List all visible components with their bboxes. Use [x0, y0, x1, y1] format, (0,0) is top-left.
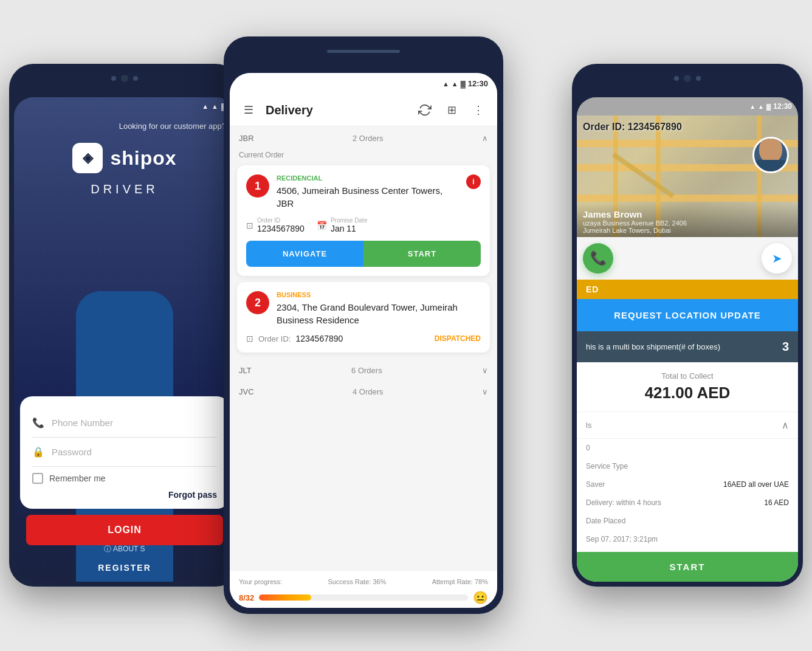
barcode-icon[interactable]: ⊞	[442, 100, 461, 120]
group-jbr[interactable]: JBR 2 Orders ∧	[230, 126, 497, 148]
map-road-3	[577, 195, 798, 202]
detail-row-0: 0	[577, 439, 798, 457]
remember-checkbox[interactable]	[32, 473, 43, 484]
right-phone-screen: ▲ ▲ ▓ 12:30 Order I	[577, 97, 798, 582]
right-dot-cam	[684, 75, 691, 82]
right-start-button[interactable]: START	[577, 552, 798, 582]
right-battery-icon: ▓	[766, 103, 771, 110]
order-1-header: 1 RECIDENCIAL 4506, Jumeirah Business Ce…	[246, 174, 481, 210]
driver-address: uzaya Business Avenue BB2, 2406	[583, 219, 792, 227]
center-screen-inner: ▲ ▲ ▓ 12:30 ☰ Delivery ⊞ ⋮	[230, 73, 497, 608]
progress-count: 8/32	[239, 593, 254, 602]
map-area: Order ID: 1234567890 James Brown uzaya B…	[577, 115, 798, 237]
request-location-button[interactable]: REQUEST LOCATION UPDATE	[577, 299, 798, 331]
order-id-item: ⊡ Order ID 1234567890	[246, 217, 304, 233]
left-content: ▲ ▲ ▓ Looking for our customer app? ◈ sh…	[14, 97, 235, 582]
promise-date-value: Jan 11	[331, 224, 368, 233]
register-text[interactable]: REGISTER	[14, 563, 235, 573]
dispatched-status: DISPATCHED	[435, 334, 481, 343]
forgot-password[interactable]: Forgot pass	[32, 487, 217, 503]
group-jbr-count: 2 Orders	[353, 134, 384, 143]
driver-sublocation: Jumeirah Lake Towers, Dubai	[583, 227, 792, 234]
delivery-value: 16 AED	[764, 498, 789, 507]
group-jlt-name: JLT	[239, 366, 252, 375]
group-jbr-name: JBR	[239, 134, 254, 143]
avatar-face	[759, 137, 782, 163]
group-jlt[interactable]: JLT 6 Orders ∨	[230, 359, 497, 380]
call-button[interactable]: 📞	[583, 243, 613, 274]
scene: ▲ ▲ ▓ Looking for our customer app? ◈ sh…	[0, 0, 812, 651]
detail-row-date-placed: Date Placed	[577, 512, 798, 530]
order-id-bar: Order ID: 1234567890	[583, 122, 792, 133]
center-time: 12:30	[468, 79, 488, 88]
phone-field[interactable]: 📞 Phone Number	[32, 408, 217, 438]
rate-labels: Your progress: Success Rate: 36% Attempt…	[239, 577, 488, 590]
saver-label: Saver	[586, 480, 605, 489]
login-button[interactable]: LOGIN	[26, 515, 223, 545]
wifi-icon: ▲	[202, 103, 208, 110]
shipox-icon: ◈	[72, 143, 103, 173]
order-1-actions: NAVIGATE START	[246, 241, 481, 267]
success-rate-label: Success Rate: 36%	[328, 578, 386, 585]
group-jvc-count: 4 Orders	[353, 387, 384, 396]
order-2-icon: ⊡	[246, 334, 253, 343]
order-id-text: Order ID: 1234567890	[583, 122, 682, 133]
more-icon[interactable]: ⋮	[469, 100, 488, 120]
order-2-address: 2304, The Grand Boulevard Tower, Jumeira…	[277, 301, 481, 326]
date-placed-label: Date Placed	[586, 517, 625, 525]
phone-placeholder[interactable]: Phone Number	[52, 418, 217, 428]
order-1-type: RECIDENCIAL	[277, 174, 459, 182]
center-phone-screen: ▲ ▲ ▓ 12:30 ☰ Delivery ⊞ ⋮	[230, 73, 497, 608]
remember-label: Remember me	[49, 474, 106, 483]
service-type-label: Service Type	[586, 462, 628, 470]
center-bottom: Your progress: Success Rate: 36% Attempt…	[230, 570, 497, 608]
order-1-address: 4506, Jumeirah Business Center Towers, J…	[277, 184, 459, 210]
start-button[interactable]: START	[363, 241, 481, 267]
navigate-arrow-button[interactable]: ➤	[762, 243, 792, 274]
details-expand-icon[interactable]: ∧	[782, 419, 789, 431]
header-title: Delivery	[266, 103, 408, 117]
order-2-id-value: 1234567890	[295, 334, 343, 343]
driver-avatar	[752, 137, 789, 173]
about-text[interactable]: ⓘ ABOUT S	[14, 544, 235, 554]
navigate-button[interactable]: NAVIGATE	[246, 241, 363, 267]
group-jvc[interactable]: JVC 4 Orders ∨	[230, 380, 497, 401]
progress-emoji: 😐	[473, 590, 488, 605]
order-2-badge: 2	[246, 291, 269, 314]
order-2-id-row: ⊡ Order ID: 1234567890 DISPATCHED	[246, 334, 481, 343]
right-dot-right	[696, 76, 701, 81]
calendar-icon: 📅	[317, 221, 327, 230]
login-form: 📞 Phone Number 🔒 Password Remember me Fo…	[20, 396, 229, 509]
left-phone: ▲ ▲ ▓ Looking for our customer app? ◈ sh…	[9, 64, 240, 587]
current-order-label: Current Order	[230, 148, 497, 162]
box-count: 3	[782, 340, 789, 354]
menu-icon[interactable]: ☰	[239, 100, 258, 120]
right-wifi-icon: ▲	[749, 103, 755, 110]
refresh-icon[interactable]	[415, 100, 435, 120]
center-phone-bar	[327, 50, 400, 53]
details-header[interactable]: ls ∧	[577, 412, 798, 439]
signal-icon: ▲	[212, 103, 218, 110]
info-badge-icon[interactable]: i	[466, 174, 481, 189]
order-card-1[interactable]: 1 RECIDENCIAL 4506, Jumeirah Business Ce…	[237, 165, 490, 276]
password-placeholder[interactable]: Password	[52, 447, 217, 457]
status-badge-text: ED	[586, 284, 599, 294]
order-id-icon: ⊡	[246, 221, 253, 230]
driver-name: James Brown	[583, 209, 792, 219]
order-card-2[interactable]: 2 BUSINESS 2304, The Grand Boulevard Tow…	[237, 282, 490, 353]
order-2-info: BUSINESS 2304, The Grand Boulevard Tower…	[277, 291, 481, 326]
center-scroll[interactable]: JBR 2 Orders ∧ Current Order 1 RECIDENCI…	[230, 126, 497, 570]
password-field[interactable]: 🔒 Password	[32, 438, 217, 467]
collect-section: Total to Collect 421.00 AED	[577, 362, 798, 412]
group-jvc-name: JVC	[239, 387, 254, 396]
detail-row-delivery: Delivery: within 4 hours 16 AED	[577, 494, 798, 512]
right-status-bar: ▲ ▲ ▓ 12:30	[577, 97, 798, 115]
driver-info-overlay: James Brown uzaya Business Avenue BB2, 2…	[577, 203, 798, 237]
multi-box-text: his is a multi box shipment(# of boxes)	[586, 342, 720, 351]
dot-cam	[121, 75, 128, 82]
group-jlt-count: 6 Orders	[351, 366, 382, 375]
order-1-meta: ⊡ Order ID 1234567890 📅 Promise Date	[246, 217, 481, 233]
order-id-label: Order ID	[257, 217, 304, 224]
progress-label: Your progress:	[239, 578, 282, 585]
order-2-id-label: Order ID:	[258, 334, 291, 343]
